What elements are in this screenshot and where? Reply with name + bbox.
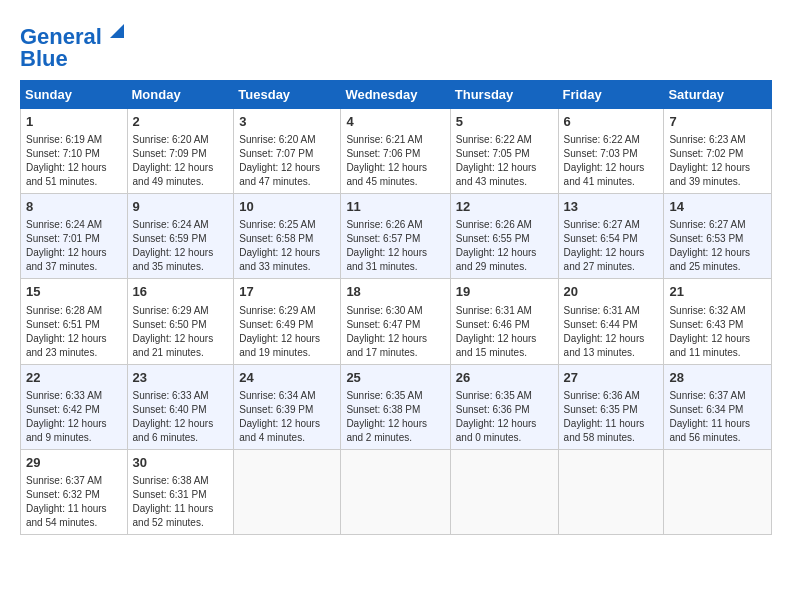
day-number: 26 <box>456 369 553 387</box>
day-info: Sunrise: 6:28 AMSunset: 6:51 PMDaylight:… <box>26 304 122 360</box>
day-info: Sunrise: 6:37 AMSunset: 6:32 PMDaylight:… <box>26 474 122 530</box>
calendar-day-cell: 1Sunrise: 6:19 AMSunset: 7:10 PMDaylight… <box>21 109 128 194</box>
day-number: 30 <box>133 454 229 472</box>
calendar-day-cell: 28Sunrise: 6:37 AMSunset: 6:34 PMDayligh… <box>664 364 772 449</box>
day-number: 16 <box>133 283 229 301</box>
calendar-week-row: 1Sunrise: 6:19 AMSunset: 7:10 PMDaylight… <box>21 109 772 194</box>
day-number: 22 <box>26 369 122 387</box>
day-number: 7 <box>669 113 766 131</box>
calendar-day-cell: 19Sunrise: 6:31 AMSunset: 6:46 PMDayligh… <box>450 279 558 364</box>
day-info: Sunrise: 6:22 AMSunset: 7:03 PMDaylight:… <box>564 133 659 189</box>
calendar-day-cell: 18Sunrise: 6:30 AMSunset: 6:47 PMDayligh… <box>341 279 450 364</box>
day-number: 11 <box>346 198 444 216</box>
calendar-day-cell <box>558 449 664 534</box>
calendar-week-row: 22Sunrise: 6:33 AMSunset: 6:42 PMDayligh… <box>21 364 772 449</box>
calendar: SundayMondayTuesdayWednesdayThursdayFrid… <box>20 80 772 535</box>
day-info: Sunrise: 6:37 AMSunset: 6:34 PMDaylight:… <box>669 389 766 445</box>
day-info: Sunrise: 6:29 AMSunset: 6:50 PMDaylight:… <box>133 304 229 360</box>
day-info: Sunrise: 6:35 AMSunset: 6:38 PMDaylight:… <box>346 389 444 445</box>
day-info: Sunrise: 6:19 AMSunset: 7:10 PMDaylight:… <box>26 133 122 189</box>
calendar-day-cell: 27Sunrise: 6:36 AMSunset: 6:35 PMDayligh… <box>558 364 664 449</box>
calendar-day-cell: 17Sunrise: 6:29 AMSunset: 6:49 PMDayligh… <box>234 279 341 364</box>
calendar-day-cell: 26Sunrise: 6:35 AMSunset: 6:36 PMDayligh… <box>450 364 558 449</box>
calendar-day-cell: 7Sunrise: 6:23 AMSunset: 7:02 PMDaylight… <box>664 109 772 194</box>
day-info: Sunrise: 6:27 AMSunset: 6:54 PMDaylight:… <box>564 218 659 274</box>
day-number: 1 <box>26 113 122 131</box>
calendar-day-cell: 20Sunrise: 6:31 AMSunset: 6:44 PMDayligh… <box>558 279 664 364</box>
calendar-day-cell: 3Sunrise: 6:20 AMSunset: 7:07 PMDaylight… <box>234 109 341 194</box>
calendar-day-cell: 23Sunrise: 6:33 AMSunset: 6:40 PMDayligh… <box>127 364 234 449</box>
day-number: 4 <box>346 113 444 131</box>
day-number: 14 <box>669 198 766 216</box>
svg-marker-0 <box>110 24 124 38</box>
calendar-day-cell: 4Sunrise: 6:21 AMSunset: 7:06 PMDaylight… <box>341 109 450 194</box>
column-header-sunday: Sunday <box>21 81 128 109</box>
calendar-day-cell: 30Sunrise: 6:38 AMSunset: 6:31 PMDayligh… <box>127 449 234 534</box>
logo: General Blue <box>20 20 128 70</box>
calendar-day-cell: 8Sunrise: 6:24 AMSunset: 7:01 PMDaylight… <box>21 194 128 279</box>
day-info: Sunrise: 6:38 AMSunset: 6:31 PMDaylight:… <box>133 474 229 530</box>
day-info: Sunrise: 6:30 AMSunset: 6:47 PMDaylight:… <box>346 304 444 360</box>
calendar-day-cell: 5Sunrise: 6:22 AMSunset: 7:05 PMDaylight… <box>450 109 558 194</box>
calendar-day-cell <box>234 449 341 534</box>
calendar-day-cell <box>450 449 558 534</box>
logo-text: General <box>20 26 102 48</box>
calendar-day-cell <box>341 449 450 534</box>
column-header-wednesday: Wednesday <box>341 81 450 109</box>
calendar-week-row: 29Sunrise: 6:37 AMSunset: 6:32 PMDayligh… <box>21 449 772 534</box>
calendar-week-row: 8Sunrise: 6:24 AMSunset: 7:01 PMDaylight… <box>21 194 772 279</box>
day-number: 27 <box>564 369 659 387</box>
calendar-day-cell: 25Sunrise: 6:35 AMSunset: 6:38 PMDayligh… <box>341 364 450 449</box>
day-number: 29 <box>26 454 122 472</box>
column-header-saturday: Saturday <box>664 81 772 109</box>
day-info: Sunrise: 6:26 AMSunset: 6:57 PMDaylight:… <box>346 218 444 274</box>
day-number: 25 <box>346 369 444 387</box>
day-info: Sunrise: 6:20 AMSunset: 7:09 PMDaylight:… <box>133 133 229 189</box>
day-number: 18 <box>346 283 444 301</box>
day-info: Sunrise: 6:34 AMSunset: 6:39 PMDaylight:… <box>239 389 335 445</box>
logo-blue-text: Blue <box>20 48 68 70</box>
calendar-day-cell: 2Sunrise: 6:20 AMSunset: 7:09 PMDaylight… <box>127 109 234 194</box>
day-number: 13 <box>564 198 659 216</box>
logo-icon <box>106 20 128 42</box>
calendar-day-cell: 22Sunrise: 6:33 AMSunset: 6:42 PMDayligh… <box>21 364 128 449</box>
calendar-day-cell: 15Sunrise: 6:28 AMSunset: 6:51 PMDayligh… <box>21 279 128 364</box>
day-number: 28 <box>669 369 766 387</box>
header: General Blue <box>20 20 772 70</box>
day-number: 9 <box>133 198 229 216</box>
day-number: 2 <box>133 113 229 131</box>
day-info: Sunrise: 6:24 AMSunset: 6:59 PMDaylight:… <box>133 218 229 274</box>
day-number: 6 <box>564 113 659 131</box>
day-info: Sunrise: 6:27 AMSunset: 6:53 PMDaylight:… <box>669 218 766 274</box>
day-number: 23 <box>133 369 229 387</box>
day-number: 10 <box>239 198 335 216</box>
calendar-header-row: SundayMondayTuesdayWednesdayThursdayFrid… <box>21 81 772 109</box>
calendar-day-cell: 11Sunrise: 6:26 AMSunset: 6:57 PMDayligh… <box>341 194 450 279</box>
calendar-day-cell: 14Sunrise: 6:27 AMSunset: 6:53 PMDayligh… <box>664 194 772 279</box>
day-info: Sunrise: 6:23 AMSunset: 7:02 PMDaylight:… <box>669 133 766 189</box>
column-header-monday: Monday <box>127 81 234 109</box>
calendar-day-cell: 13Sunrise: 6:27 AMSunset: 6:54 PMDayligh… <box>558 194 664 279</box>
day-info: Sunrise: 6:22 AMSunset: 7:05 PMDaylight:… <box>456 133 553 189</box>
day-number: 8 <box>26 198 122 216</box>
day-info: Sunrise: 6:35 AMSunset: 6:36 PMDaylight:… <box>456 389 553 445</box>
calendar-week-row: 15Sunrise: 6:28 AMSunset: 6:51 PMDayligh… <box>21 279 772 364</box>
day-info: Sunrise: 6:29 AMSunset: 6:49 PMDaylight:… <box>239 304 335 360</box>
day-info: Sunrise: 6:25 AMSunset: 6:58 PMDaylight:… <box>239 218 335 274</box>
day-number: 24 <box>239 369 335 387</box>
calendar-day-cell: 21Sunrise: 6:32 AMSunset: 6:43 PMDayligh… <box>664 279 772 364</box>
day-info: Sunrise: 6:20 AMSunset: 7:07 PMDaylight:… <box>239 133 335 189</box>
day-info: Sunrise: 6:21 AMSunset: 7:06 PMDaylight:… <box>346 133 444 189</box>
day-info: Sunrise: 6:32 AMSunset: 6:43 PMDaylight:… <box>669 304 766 360</box>
calendar-day-cell: 12Sunrise: 6:26 AMSunset: 6:55 PMDayligh… <box>450 194 558 279</box>
calendar-day-cell: 24Sunrise: 6:34 AMSunset: 6:39 PMDayligh… <box>234 364 341 449</box>
column-header-friday: Friday <box>558 81 664 109</box>
day-info: Sunrise: 6:24 AMSunset: 7:01 PMDaylight:… <box>26 218 122 274</box>
calendar-day-cell: 10Sunrise: 6:25 AMSunset: 6:58 PMDayligh… <box>234 194 341 279</box>
day-number: 20 <box>564 283 659 301</box>
day-number: 19 <box>456 283 553 301</box>
day-info: Sunrise: 6:31 AMSunset: 6:46 PMDaylight:… <box>456 304 553 360</box>
calendar-day-cell: 16Sunrise: 6:29 AMSunset: 6:50 PMDayligh… <box>127 279 234 364</box>
column-header-thursday: Thursday <box>450 81 558 109</box>
day-number: 5 <box>456 113 553 131</box>
